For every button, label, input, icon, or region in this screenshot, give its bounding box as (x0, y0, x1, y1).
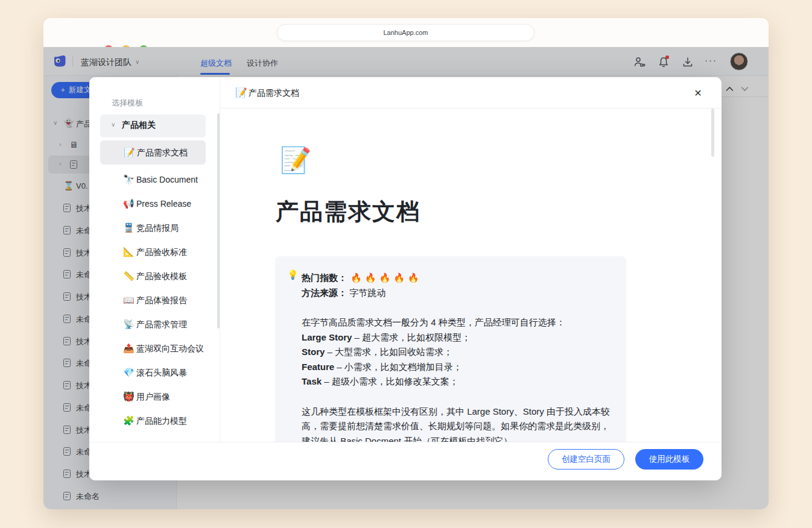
template-group-label: 产品相关 (122, 120, 156, 131)
modal-title: 产品需求文档 (249, 88, 299, 99)
template-item[interactable]: 🔭Basic Document (100, 173, 215, 187)
chevron-right-icon[interactable]: › (59, 141, 61, 148)
app-header: 蓝湖设计团队 ∨ 超级文档 设计协作 (43, 47, 769, 76)
close-icon[interactable]: ✕ (690, 86, 706, 101)
scroll-up-icon[interactable] (726, 83, 734, 94)
more-options-icon[interactable]: ··· (705, 55, 717, 65)
plus-icon: ＋ (59, 86, 67, 94)
invite-member-icon[interactable] (633, 56, 645, 68)
telescope-icon: 🔭 (123, 174, 135, 185)
template-item[interactable]: 📐产品验收标准 (100, 245, 215, 260)
chevron-down-icon: ∨ (111, 121, 115, 128)
satellite-icon: 📡 (123, 319, 135, 330)
use-template-button[interactable]: 使用此模板 (635, 449, 703, 470)
create-blank-page-button[interactable]: 创建空白页面 (548, 449, 624, 470)
document-icon (63, 447, 71, 456)
template-item[interactable]: 📏产品验收模板 (100, 269, 215, 284)
template-item[interactable]: 👹用户画像 (100, 390, 215, 404)
document-icon (63, 426, 71, 434)
window-titlebar: LanhuApp.com (43, 18, 769, 47)
document-icon (63, 204, 71, 212)
gem-icon: 💎 (123, 367, 135, 378)
desktop-background: LanhuApp.com 蓝湖设计团队 ∨ 超级文档 设计协作 (0, 0, 812, 528)
user-avatar[interactable] (730, 52, 748, 71)
modal-footer: 创建空白页面 使用此模板 (89, 442, 722, 480)
memo-icon: 📝 (235, 87, 247, 98)
light-bulb-icon: 💡 (287, 269, 299, 280)
document-icon (70, 160, 77, 169)
template-item[interactable]: 📤蓝湖双向互动会议 (100, 342, 215, 356)
type-line: Task – 超级小需求，比如修改某文案； (302, 374, 617, 389)
loudspeaker-icon: 📢 (123, 198, 135, 209)
hot-index-line: 热门指数：🔥🔥🔥🔥🔥 (302, 271, 617, 286)
chevron-right-icon[interactable]: › (59, 160, 61, 167)
callout-box: 💡 热门指数：🔥🔥🔥🔥🔥 方法来源： 字节跳动 在字节高品质需求文档一般分为 4… (275, 256, 626, 442)
chevron-down-icon: ∨ (135, 58, 139, 65)
document-icon (63, 315, 71, 323)
document-scrollbar-thumb[interactable] (711, 108, 714, 157)
tab-super-docs[interactable]: 超级文档 (200, 58, 232, 69)
app-window: LanhuApp.com 蓝湖设计团队 ∨ 超级文档 设计协作 (43, 18, 769, 509)
active-tab-underline (200, 73, 230, 75)
document-icon (63, 403, 71, 412)
document-icon (63, 248, 71, 257)
file-list-item[interactable]: 未命名 (48, 487, 173, 505)
document-icon (63, 359, 71, 367)
ogre-icon: 👹 (123, 391, 135, 402)
template-item-prd[interactable]: 📝 产品需求文档 (100, 140, 206, 165)
memo-icon: 📝 (124, 147, 135, 158)
template-item[interactable]: 📡产品需求管理 (100, 318, 215, 332)
template-item[interactable]: 📢Press Release (100, 197, 215, 212)
tab-design-collab[interactable]: 设计协作 (247, 58, 278, 69)
document-icon (63, 270, 71, 278)
chevron-down-icon[interactable]: ∨ (53, 119, 57, 126)
train-icon: 🚆 (123, 222, 135, 233)
ghost-icon: 👻 (63, 118, 74, 128)
method-source-line: 方法来源： 字节跳动 (302, 286, 617, 301)
memo-icon: 📝 (280, 146, 311, 175)
modal-header: 📝 产品需求文档 (220, 77, 722, 108)
template-item[interactable]: 💎滚石头脑风暴 (100, 366, 215, 380)
document-icon (63, 381, 71, 389)
ruler-icon: 📏 (123, 271, 135, 281)
header-divider (72, 56, 73, 67)
desktop-computer-icon: 🖥 (69, 140, 78, 149)
document-icon (63, 492, 71, 500)
document-icon (63, 337, 71, 345)
template-item[interactable]: 🚆竞品情报局 (100, 221, 215, 236)
scroll-down-icon[interactable] (741, 83, 749, 94)
template-item[interactable]: 📖产品体验报告 (100, 294, 215, 308)
document-title: 产品需求文档 (276, 196, 420, 227)
puzzle-icon: 🧩 (123, 415, 135, 426)
template-sidebar-scrollbar-thumb[interactable] (217, 113, 220, 328)
fire-icons: 🔥🔥🔥🔥🔥 (350, 272, 422, 283)
hourglass-icon: ⌛ (63, 181, 74, 190)
template-sidebar-title: 选择模板 (112, 98, 143, 108)
notification-badge (665, 55, 669, 59)
download-icon[interactable] (682, 56, 694, 68)
notifications-bell-icon[interactable] (658, 56, 670, 68)
template-sidebar: 选择模板 ∨ 产品相关 📝 产品需求文档 🔭Basic Document 📢Pr… (89, 77, 220, 442)
open-book-icon: 📖 (123, 295, 135, 306)
outbox-tray-icon: 📤 (123, 343, 135, 354)
template-item[interactable]: 🧩产品能力模型 (100, 414, 215, 429)
type-line: Feature – 小需求，比如文档增加目录； (302, 360, 617, 375)
document-icon (63, 226, 71, 234)
type-line: Large Story – 超大需求，比如权限模型； (302, 330, 617, 345)
lanhu-logo[interactable] (53, 55, 66, 70)
type-line: Story – 大型需求，比如回收站需求； (302, 345, 617, 360)
document-icon (63, 292, 71, 301)
address-bar[interactable]: LanhuApp.com (277, 24, 534, 41)
callout-intro: 在字节高品质需求文档一般分为 4 种类型，产品经理可自行选择： (302, 315, 617, 330)
document-icon (63, 470, 71, 478)
callout-paragraph: 这几种类型在模板框架中没有区别，其中 Large Story、Story 由于投… (302, 404, 617, 442)
document-preview: 📝 产品需求文档 💡 热门指数：🔥🔥🔥🔥🔥 方法来源： 字节跳动 在字节高品质需… (220, 108, 722, 442)
team-name[interactable]: 蓝湖设计团队 (81, 57, 132, 68)
triangular-ruler-icon: 📐 (123, 247, 135, 257)
template-modal: 选择模板 ∨ 产品相关 📝 产品需求文档 🔭Basic Document 📢Pr… (89, 77, 722, 480)
